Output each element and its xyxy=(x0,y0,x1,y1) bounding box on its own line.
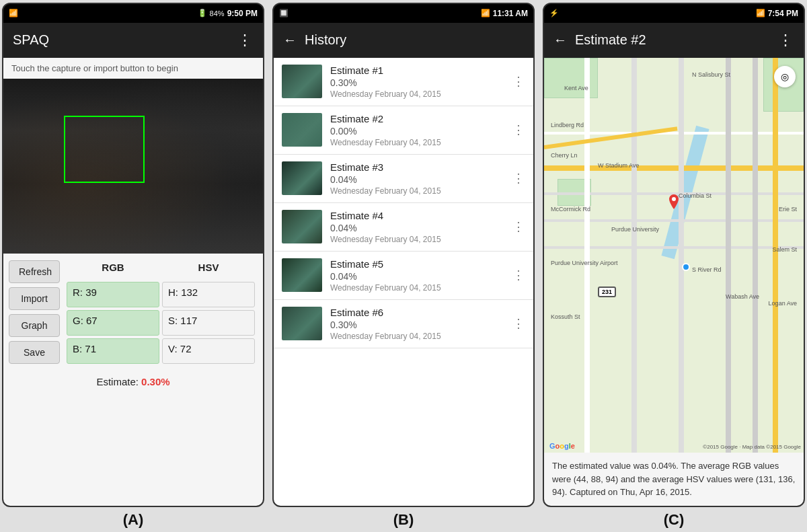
history-thumb-2 xyxy=(282,113,322,147)
panel-a-content: Touch the capture or import button to be… xyxy=(3,58,263,506)
road-v-major xyxy=(773,58,778,453)
phone-c-wrapper: ⚡ 📶 7:54 PM ← Estimate #2 ⋮ xyxy=(543,3,805,530)
road-h1 xyxy=(544,165,804,171)
history-item-5[interactable]: Estimate #5 0.04% Wednesday February 04,… xyxy=(274,252,533,300)
status-left-b: 🔲 xyxy=(279,9,289,17)
road-h2 xyxy=(544,132,804,135)
history-info-4: Estimate #4 0.04% Wednesday February 04,… xyxy=(330,210,504,244)
bt-icon: 📶 xyxy=(481,9,490,17)
history-thumb-4 xyxy=(282,210,322,243)
battery-pct-a: 84% xyxy=(210,9,225,17)
road-v1 xyxy=(584,58,590,453)
estimate-label: Estimate: xyxy=(96,376,139,387)
history-info-6: Estimate #6 0.30% Wednesday February 04,… xyxy=(330,307,504,341)
history-date-5: Wednesday February 04, 2015 xyxy=(330,283,504,293)
item-menu-1[interactable]: ⋮ xyxy=(512,74,525,89)
values-grid: RGB HSV R: 39 H: 132 G: 67 S: 117 B: 71 … xyxy=(64,260,258,364)
item-menu-4[interactable]: ⋮ xyxy=(512,219,525,234)
history-title-1: Estimate #1 xyxy=(330,65,504,76)
history-date-6: Wednesday February 04, 2015 xyxy=(330,332,504,341)
rgb-b: B: 71 xyxy=(67,338,159,364)
time-a: 9:50 PM xyxy=(227,9,258,18)
item-menu-5[interactable]: ⋮ xyxy=(512,268,525,282)
back-icon-c[interactable]: ← xyxy=(553,32,567,48)
sim-icon: 📶 xyxy=(9,9,18,17)
controls-row: Refresh Import Graph Save RGB HSV R: 39 … xyxy=(3,254,263,371)
item-menu-2[interactable]: ⋮ xyxy=(512,122,525,137)
road-v3 xyxy=(679,58,684,453)
history-item-6[interactable]: Estimate #6 0.30% Wednesday February 04,… xyxy=(274,300,533,348)
import-button[interactable]: Import xyxy=(9,287,60,310)
save-button[interactable]: Save xyxy=(9,341,60,364)
map-pin-red xyxy=(668,194,679,208)
compass-button[interactable]: ◎ xyxy=(774,66,796,87)
item-menu-6[interactable]: ⋮ xyxy=(512,316,525,331)
menu-icon-c[interactable]: ⋮ xyxy=(778,32,794,49)
history-thumb-1 xyxy=(282,65,322,98)
map-copyright: ©2015 Google · Map data ©2015 Google xyxy=(703,444,801,450)
road-v5 xyxy=(753,58,758,453)
hint-text-a: Touch the capture or import button to be… xyxy=(3,58,263,79)
estimate-row: Estimate: 0.30% xyxy=(3,371,263,393)
phone-c: ⚡ 📶 7:54 PM ← Estimate #2 ⋮ xyxy=(543,3,805,507)
item-menu-3[interactable]: ⋮ xyxy=(512,171,525,186)
back-icon-b[interactable]: ← xyxy=(283,32,297,48)
hsv-v: V: 72 xyxy=(162,338,255,364)
history-item-3[interactable]: Estimate #3 0.04% Wednesday February 04,… xyxy=(274,155,533,203)
history-thumb-6 xyxy=(282,307,322,340)
history-pct-4: 0.04% xyxy=(330,223,504,233)
compass-icon: ◎ xyxy=(781,71,789,82)
history-date-3: Wednesday February 04, 2015 xyxy=(330,186,504,196)
status-bar-b: 🔲 📶 11:31 AM xyxy=(274,4,533,23)
status-bar-a: 📶 🔋 84% 9:50 PM xyxy=(3,4,263,23)
map-pin-blue xyxy=(682,263,690,271)
map-label-13: Wabash Ave xyxy=(726,293,759,300)
menu-icon-a[interactable]: ⋮ xyxy=(237,32,254,49)
phone-b: 🔲 📶 11:31 AM ← History Estimate #1 0.30%… xyxy=(272,3,535,507)
graph-button[interactable]: Graph xyxy=(9,314,60,337)
hsv-h: H: 132 xyxy=(162,282,255,307)
history-info-3: Estimate #3 0.04% Wednesday February 04,… xyxy=(330,161,504,196)
map-label-3: Lindberg Rd xyxy=(551,122,584,128)
status-left-a: 📶 xyxy=(9,9,18,17)
map-label-2: N Salisbury St xyxy=(692,71,730,78)
history-item-4[interactable]: Estimate #4 0.04% Wednesday February 04,… xyxy=(274,203,533,252)
caption-b: (B) xyxy=(393,507,414,530)
road-diagonal xyxy=(544,126,677,149)
history-item-1[interactable]: Estimate #1 0.30% Wednesday February 04,… xyxy=(274,58,533,106)
rgb-header: RGB xyxy=(67,260,159,279)
estimate-value: 0.30% xyxy=(141,376,170,387)
road-v4 xyxy=(726,58,731,453)
rgb-g: G: 67 xyxy=(67,310,159,336)
history-title-6: Estimate #6 xyxy=(330,307,504,318)
history-title-3: Estimate #3 xyxy=(330,161,504,173)
refresh-button[interactable]: Refresh xyxy=(9,260,60,283)
history-title-5: Estimate #5 xyxy=(330,258,504,270)
phone-a: 📶 🔋 84% 9:50 PM SPAQ ⋮ Touch the capture… xyxy=(2,3,264,507)
park-1 xyxy=(544,58,598,98)
history-title-2: Estimate #2 xyxy=(330,113,504,124)
battery-icon: 🔋 xyxy=(198,9,207,17)
map-container[interactable]: Kent Ave N Salisbury St Lindberg Rd Cher… xyxy=(544,58,804,453)
history-item-2[interactable]: Estimate #2 0.00% Wednesday February 04,… xyxy=(274,106,533,155)
map-background: Kent Ave N Salisbury St Lindberg Rd Cher… xyxy=(544,58,804,453)
info-panel-c: The estimated value was 0.04%. The avera… xyxy=(544,453,804,506)
road-h5 xyxy=(544,246,804,249)
history-info-5: Estimate #5 0.04% Wednesday February 04,… xyxy=(330,258,504,293)
info-text-c: The estimated value was 0.04%. The avera… xyxy=(552,461,795,497)
map-label-15: Kossuth St xyxy=(551,313,580,320)
history-title-4: Estimate #4 xyxy=(330,210,504,221)
status-right-a: 🔋 84% 9:50 PM xyxy=(198,9,258,18)
status-right-c: 📶 7:54 PM xyxy=(756,9,798,18)
hsv-header: HSV xyxy=(162,260,255,279)
svg-point-0 xyxy=(672,197,676,201)
history-date-4: Wednesday February 04, 2015 xyxy=(330,235,504,244)
caption-c: (C) xyxy=(664,507,685,530)
status-bar-c: ⚡ 📶 7:54 PM xyxy=(544,4,804,23)
phone-b-wrapper: 🔲 📶 11:31 AM ← History Estimate #1 0.30%… xyxy=(272,3,535,530)
map-label-11: Salem St xyxy=(772,246,797,253)
google-logo: Google xyxy=(549,442,575,450)
capture-rect xyxy=(64,116,145,183)
history-list: Estimate #1 0.30% Wednesday February 04,… xyxy=(274,58,533,506)
caption-a: (A) xyxy=(123,507,144,530)
